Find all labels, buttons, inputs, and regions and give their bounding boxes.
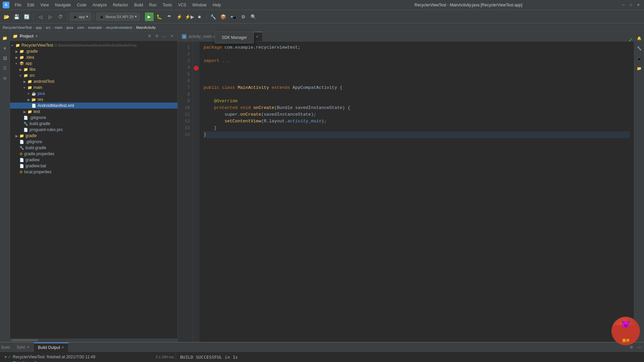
tree-item-gradlew[interactable]: 📄 gradlew <box>10 157 177 163</box>
hscroll-thumb[interactable] <box>11 339 38 341</box>
close-sync-tab[interactable]: ✕ <box>27 345 30 349</box>
back-button[interactable]: ◁ <box>36 12 45 21</box>
menu-code[interactable]: Code <box>74 2 89 8</box>
apply-changes-button[interactable]: ⚡▶ <box>185 12 194 21</box>
bc-example[interactable]: example <box>88 25 102 29</box>
tree-item-app[interactable]: ▾ 📦 app <box>10 60 177 66</box>
gradle-sync-button[interactable]: 🔧 <box>209 12 218 21</box>
menu-help[interactable]: Help <box>210 2 224 8</box>
project-close-icon[interactable]: ✕ <box>169 33 175 39</box>
run-button[interactable]: ▶ <box>145 12 154 21</box>
bc-recyclerviewtest[interactable]: RecyclerViewTest <box>3 25 32 29</box>
menu-edit[interactable]: Edit <box>24 2 37 8</box>
device-file-button[interactable]: 📂 <box>635 64 643 72</box>
code-content[interactable]: package com.example.recyclerviewtest; im… <box>200 42 634 342</box>
tree-item-libs[interactable]: ▶ 📁 libs <box>10 66 177 72</box>
tree-item-proguard[interactable]: 📄 proguard-rules.pro <box>10 127 177 133</box>
tree-item-gradle[interactable]: ▶ 📁 .gradle <box>10 48 177 54</box>
settings-button[interactable]: ⚙ <box>239 12 248 21</box>
tree-item-java[interactable]: ▾ ☕ java <box>10 90 177 97</box>
tree-item-gradle2[interactable]: ▶ 📁 gradle <box>10 133 177 139</box>
bc-sep-6: › <box>86 25 87 29</box>
save-button[interactable]: 💾 <box>12 12 21 21</box>
tree-item-gitignore1[interactable]: 📄 .gitignore <box>10 115 177 121</box>
tree-item-test[interactable]: ▶ 📁 test <box>10 109 177 115</box>
tab-build-output[interactable]: Build Output ✕ <box>34 343 68 352</box>
code-line-8 <box>204 91 630 98</box>
menu-run[interactable]: Run <box>147 2 159 8</box>
gradle-tool-button[interactable]: 🔧 <box>635 44 643 52</box>
menu-vcs[interactable]: VCS <box>175 2 189 8</box>
stop-button[interactable]: ■ <box>195 12 204 21</box>
structure-button[interactable]: ☰ <box>1 64 9 72</box>
tab-sync[interactable]: Sync ✕ <box>13 343 34 352</box>
project-dropdown[interactable]: 📱 app ▾ <box>70 13 91 21</box>
tree-item-buildgradle1[interactable]: 🔧 build.gradle <box>10 121 177 127</box>
build-output-text: BUILD SUCCESSFUL in 1s <box>180 355 238 360</box>
sdk-manager-button[interactable]: 📦 <box>219 12 228 21</box>
tree-item-buildgradle2[interactable]: 🔧 build.gradle <box>10 145 177 151</box>
tree-item-androidtest[interactable]: ▶ 📁 androidTest <box>10 78 177 84</box>
favorites-button[interactable]: ★ <box>1 44 9 52</box>
project-horizontal-scrollbar[interactable] <box>10 339 177 342</box>
tree-item-src[interactable]: ▾ 📁 src <box>10 72 177 78</box>
forward-button[interactable]: ▷ <box>46 12 55 21</box>
maximize-button[interactable]: □ <box>628 2 634 8</box>
menu-refactor[interactable]: Refactor <box>110 2 131 8</box>
tree-item-main[interactable]: ▾ 📁 main <box>10 84 177 90</box>
tree-item-idea[interactable]: ▶ 📁 .idea <box>10 54 177 60</box>
project-settings-icon[interactable]: ⚙ <box>147 33 153 39</box>
notifications-button[interactable]: 🔔 <box>635 34 643 42</box>
bc-com[interactable]: com <box>77 25 84 29</box>
menu-analyze[interactable]: Analyze <box>90 2 110 8</box>
tree-item-gradlewbat[interactable]: 📄 gradlew.bat <box>10 163 177 169</box>
tree-item-localprops[interactable]: ⚙ local.properties <box>10 169 177 175</box>
sync-button[interactable]: 🔄 <box>22 12 31 21</box>
menu-navigate[interactable]: Navigate <box>52 2 73 8</box>
menu-window[interactable]: Window <box>190 2 209 8</box>
search-everywhere-button[interactable]: 🔍 <box>249 12 258 21</box>
bc-main[interactable]: main <box>55 25 63 29</box>
collapse-arrow-2[interactable]: ▾ <box>9 361 11 362</box>
menu-file[interactable]: File <box>12 2 24 8</box>
collapse-bp-button[interactable]: — <box>636 344 643 351</box>
close-tab-mainactivity[interactable]: ✕ <box>256 35 258 39</box>
bc-recyclerviewtest2[interactable]: recyclerviewtest <box>106 25 132 29</box>
bc-java[interactable]: java <box>66 25 73 29</box>
resource-manager-button[interactable]: 🖼 <box>1 54 9 62</box>
bc-app[interactable]: app <box>36 25 42 29</box>
folder-icon: 📁 <box>19 49 24 54</box>
coverage-button[interactable]: ☂ <box>165 12 174 21</box>
sdk-manager-item[interactable]: SDK Manager <box>215 33 254 42</box>
tree-item-androidmanifest[interactable]: 📄 AndroidManifest.xml <box>10 103 177 109</box>
folder-icon: 📁 <box>19 134 24 138</box>
project-tool-button[interactable]: 📁 <box>1 34 9 42</box>
tree-item-recyclerviewtest[interactable]: ▾ 📁 RecyclerViewTest D:\BaiduNetdiskDown… <box>10 42 177 48</box>
bc-src[interactable]: src <box>46 25 51 29</box>
project-dropdown-arrow[interactable]: ▾ <box>36 34 38 39</box>
project-collapse-icon[interactable]: — <box>161 33 167 39</box>
tree-item-res[interactable]: ▶ 📂 res <box>10 97 177 103</box>
tree-item-gitignore2[interactable]: 📄 .gitignore <box>10 139 177 145</box>
code-editor[interactable]: 1 2 3 4 5 6 7 8 9 10 11 12 13 14 <box>178 42 634 342</box>
close-build-output-tab[interactable]: ✕ <box>61 346 64 349</box>
avd-manager-button[interactable]: 📲 <box>229 12 238 21</box>
tree-label-localprops: local.properties <box>24 170 51 174</box>
recent-files-button[interactable]: ⏱ <box>56 12 65 21</box>
build-variants-button[interactable]: ⚙ <box>1 74 9 82</box>
open-folder-button[interactable]: 📂 <box>2 12 11 21</box>
tree-item-gradleprops[interactable]: ⚙ gradle.properties <box>10 151 177 157</box>
close-button[interactable]: ✕ <box>635 2 641 8</box>
menu-build[interactable]: Build <box>131 2 146 8</box>
file-tree[interactable]: ▾ 📁 RecyclerViewTest D:\BaiduNetdiskDown… <box>10 41 177 339</box>
project-gear-icon[interactable]: ⚙ <box>154 33 160 39</box>
collapse-arrow-1[interactable]: ▾ <box>5 355 7 359</box>
debug-button[interactable]: 🐛 <box>155 12 164 21</box>
profile-button[interactable]: ⚡ <box>175 12 184 21</box>
menu-tools[interactable]: Tools <box>160 2 175 8</box>
minimize-button[interactable]: ─ <box>621 2 627 8</box>
emulator-button[interactable]: 📱 <box>635 54 643 62</box>
code-line-7: public class MainActivity extends AppCom… <box>204 84 630 91</box>
device-dropdown[interactable]: 📱 Nexus 5X API 29 ▾ <box>96 13 140 21</box>
menu-view[interactable]: View <box>38 2 52 8</box>
